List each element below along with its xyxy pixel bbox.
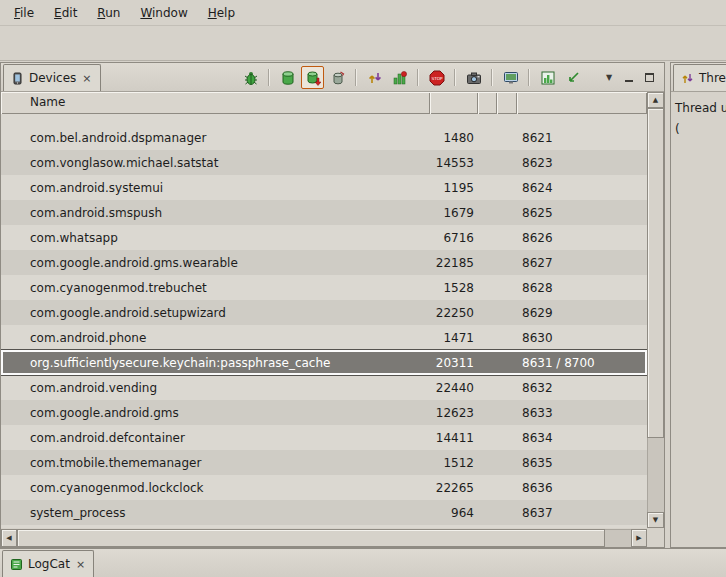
process-pid: 22185: [430, 256, 478, 270]
heap-dump-icon: [305, 70, 321, 86]
process-name: com.cyanogenmod.lockclock: [1, 481, 430, 495]
debug-process-icon[interactable]: [239, 66, 262, 89]
menu-file[interactable]: File: [4, 2, 44, 24]
process-port: 8633: [517, 406, 647, 420]
process-row[interactable]: com.android.smspush16798625: [1, 200, 647, 225]
process-row[interactable]: com.android.phone14718630: [1, 325, 647, 350]
profiling-icon: [392, 70, 408, 86]
horizontal-scrollbar-thumb[interactable]: [17, 529, 605, 547]
dump-hprof-icon[interactable]: [301, 66, 324, 89]
process-row[interactable]: com.vonglasow.michael.satstat145538623: [1, 150, 647, 175]
toolbar-separator: [417, 69, 419, 86]
update-threads-icon[interactable]: [363, 66, 386, 89]
tab-logcat[interactable]: LogCat ×: [2, 550, 94, 577]
toolbar-separator: [491, 69, 493, 86]
process-name: com.cyanogenmod.trebuchet: [1, 281, 430, 295]
start-method-profiling-icon[interactable]: [388, 66, 411, 89]
process-row[interactable]: com.cyanogenmod.trebuchet15288628: [1, 275, 647, 300]
horizontal-scrollbar[interactable]: ◀ ▶: [1, 529, 647, 547]
process-row-selected[interactable]: org.sufficientlysecure.keychain:passphra…: [1, 350, 647, 375]
threads-icon: [681, 72, 694, 85]
toolbar-separator: [355, 69, 357, 86]
process-port: 8630: [517, 331, 647, 345]
monitor-icon: [503, 70, 519, 86]
scroll-left-icon[interactable]: ◀: [1, 529, 17, 547]
vertical-scrollbar[interactable]: ▲ ▼: [647, 92, 664, 528]
process-row[interactable]: com.google.android.gms126238633: [1, 400, 647, 425]
vertical-scrollbar-thumb[interactable]: [647, 108, 664, 438]
process-port: 8636: [517, 481, 647, 495]
devices-panel-header: Devices ×: [1, 63, 664, 92]
threads-panel: Threads Thread up (: [670, 62, 726, 548]
process-name: com.bel.android.dspmanager: [1, 131, 430, 145]
process-pid: 22440: [430, 381, 478, 395]
column-header-4[interactable]: [497, 92, 517, 114]
process-row[interactable]: com.android.defcontainer144118634: [1, 425, 647, 450]
process-port: 8625: [517, 206, 647, 220]
tab-devices-close-icon[interactable]: ×: [81, 72, 92, 85]
process-row[interactable]: com.tmobile.thememanager15128635: [1, 450, 647, 475]
diagonal-arrow-icon: [565, 70, 581, 86]
process-pid: 22250: [430, 306, 478, 320]
menu-window[interactable]: Window: [130, 2, 197, 24]
process-row[interactable]: com.android.systemui11958624: [1, 175, 647, 200]
table-column-header: Name: [1, 92, 647, 114]
process-name: com.vonglasow.michael.satstat: [1, 156, 430, 170]
menu-help[interactable]: Help: [198, 2, 245, 24]
process-name: com.android.vending: [1, 381, 430, 395]
minimize-icon[interactable]: [620, 69, 638, 87]
main-toolbar-strip: [0, 26, 726, 61]
process-port: 8635: [517, 456, 647, 470]
scroll-up-icon[interactable]: ▲: [647, 92, 664, 108]
process-row[interactable]: com.whatsapp67168626: [1, 225, 647, 250]
bug-icon: [243, 70, 259, 86]
process-pid: 20311: [430, 356, 478, 370]
menu-run[interactable]: Run: [87, 2, 130, 24]
gc-cylinder-icon: [330, 70, 346, 86]
stop-process-icon[interactable]: STOP: [425, 66, 448, 89]
process-pid: 1195: [430, 181, 478, 195]
diagonal-arrow-trace-icon[interactable]: [561, 66, 584, 89]
process-row[interactable]: com.google.android.setupwizard222508629: [1, 300, 647, 325]
process-name: system_process: [1, 506, 430, 520]
tab-devices[interactable]: Devices ×: [3, 64, 101, 91]
process-name: com.google.android.setupwizard: [1, 306, 430, 320]
process-row[interactable]: com.bel.android.dspmanager14808621: [1, 125, 647, 150]
process-row[interactable]: com.cyanogenmod.lockclock222658636: [1, 475, 647, 500]
scroll-down-icon[interactable]: ▼: [647, 512, 664, 528]
tab-logcat-label: LogCat: [28, 557, 70, 571]
maximize-icon[interactable]: [640, 69, 658, 87]
column-header-port[interactable]: [517, 92, 647, 114]
process-row[interactable]: com.google.android.gms.wearable221858627: [1, 250, 647, 275]
process-pid: 1679: [430, 206, 478, 220]
process-pid: 1471: [430, 331, 478, 345]
process-pid: 12623: [430, 406, 478, 420]
screen-capture-icon[interactable]: [462, 66, 485, 89]
process-port: 8627: [517, 256, 647, 270]
columns-chart-icon[interactable]: [536, 66, 559, 89]
column-header-name[interactable]: Name: [1, 92, 430, 114]
row-spacer: [1, 114, 647, 125]
column-header-pid[interactable]: [430, 92, 478, 114]
threads-message-line2: (: [675, 119, 722, 140]
process-name: com.android.smspush: [1, 206, 430, 220]
tab-threads[interactable]: Threads: [673, 64, 726, 91]
tab-logcat-close-icon[interactable]: ×: [75, 558, 86, 571]
screen-record-icon[interactable]: [499, 66, 522, 89]
process-row[interactable]: com.android.vending224408632: [1, 375, 647, 400]
process-row[interactable]: system_process9648637: [1, 500, 647, 525]
process-table-body: com.bel.android.dspmanager14808621com.vo…: [1, 114, 647, 528]
process-name: com.android.phone: [1, 331, 430, 345]
scrollbar-corner: [647, 529, 664, 547]
threads-panel-header: Threads: [671, 63, 726, 92]
process-name: com.whatsapp: [1, 231, 430, 245]
scroll-right-icon[interactable]: ▶: [631, 529, 647, 547]
column-header-3[interactable]: [478, 92, 497, 114]
toolbar-separator: [528, 69, 530, 86]
cause-gc-icon[interactable]: [326, 66, 349, 89]
process-port: 8624: [517, 181, 647, 195]
tab-devices-label: Devices: [29, 71, 76, 85]
view-menu-chevron-icon[interactable]: ▼: [600, 69, 618, 87]
update-heap-icon[interactable]: [276, 66, 299, 89]
menu-edit[interactable]: Edit: [44, 2, 87, 24]
